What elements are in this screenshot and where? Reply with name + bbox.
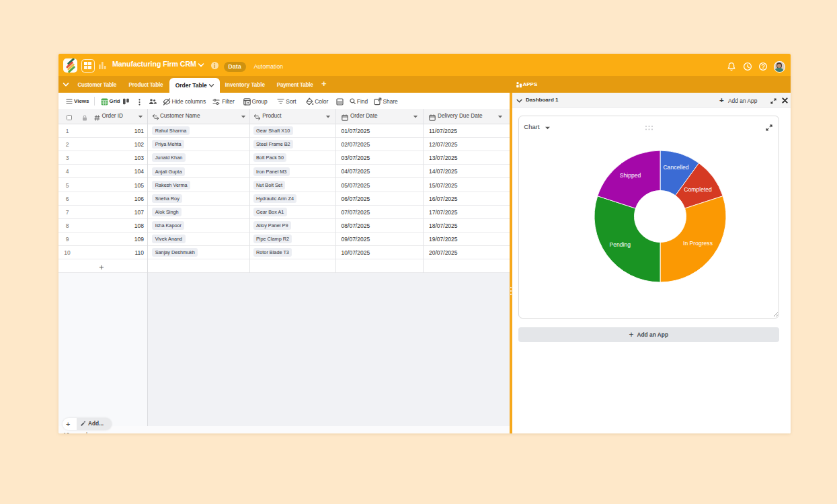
svg-text:In Progress: In Progress — [683, 240, 713, 247]
svg-text:Pending: Pending — [609, 241, 631, 248]
svg-text:Shipped: Shipped — [619, 172, 641, 179]
svg-text:Completed: Completed — [684, 186, 712, 193]
svg-text:Cancelled: Cancelled — [663, 164, 688, 171]
